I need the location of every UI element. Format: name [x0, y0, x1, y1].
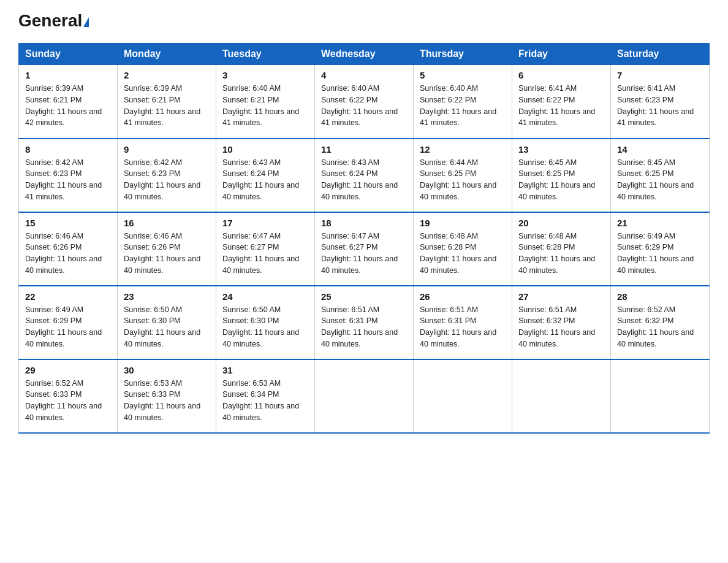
calendar-cell: 18 Sunrise: 6:47 AM Sunset: 6:27 PM Dayl… — [315, 212, 414, 286]
day-number: 24 — [222, 291, 308, 302]
day-number: 19 — [420, 218, 506, 228]
day-info: Sunrise: 6:49 AM Sunset: 6:29 PM Dayligh… — [25, 304, 111, 350]
calendar-cell: 20 Sunrise: 6:48 AM Sunset: 6:28 PM Dayl… — [512, 212, 611, 286]
calendar-cell: 5 Sunrise: 6:40 AM Sunset: 6:22 PM Dayli… — [414, 65, 512, 139]
day-info: Sunrise: 6:46 AM Sunset: 6:26 PM Dayligh… — [25, 231, 111, 277]
calendar-cell: 2 Sunrise: 6:39 AM Sunset: 6:21 PM Dayli… — [118, 65, 216, 139]
calendar-cell: 16 Sunrise: 6:46 AM Sunset: 6:26 PM Dayl… — [118, 212, 216, 286]
day-number: 31 — [222, 365, 308, 375]
day-info: Sunrise: 6:47 AM Sunset: 6:27 PM Dayligh… — [222, 231, 308, 277]
calendar-cell: 31 Sunrise: 6:53 AM Sunset: 6:34 PM Dayl… — [216, 359, 315, 433]
day-number: 12 — [420, 144, 506, 155]
day-info: Sunrise: 6:53 AM Sunset: 6:33 PM Dayligh… — [124, 378, 210, 424]
calendar-cell: 21 Sunrise: 6:49 AM Sunset: 6:29 PM Dayl… — [611, 212, 710, 286]
day-number: 7 — [617, 70, 703, 80]
logo-general: General — [18, 11, 82, 30]
day-info: Sunrise: 6:41 AM Sunset: 6:22 PM Dayligh… — [518, 83, 604, 129]
calendar-week-row: 8 Sunrise: 6:42 AM Sunset: 6:23 PM Dayli… — [19, 139, 710, 212]
day-info: Sunrise: 6:52 AM Sunset: 6:33 PM Dayligh… — [25, 378, 111, 424]
day-info: Sunrise: 6:52 AM Sunset: 6:32 PM Dayligh… — [617, 304, 703, 350]
day-number: 22 — [25, 291, 111, 302]
calendar-cell: 17 Sunrise: 6:47 AM Sunset: 6:27 PM Dayl… — [216, 212, 315, 286]
calendar-week-row: 1 Sunrise: 6:39 AM Sunset: 6:21 PM Dayli… — [19, 65, 710, 139]
day-info: Sunrise: 6:40 AM Sunset: 6:21 PM Dayligh… — [222, 83, 308, 129]
page-header: General — [18, 12, 710, 31]
calendar-cell: 9 Sunrise: 6:42 AM Sunset: 6:23 PM Dayli… — [118, 139, 216, 212]
day-info: Sunrise: 6:53 AM Sunset: 6:34 PM Dayligh… — [222, 378, 308, 424]
calendar-cell: 23 Sunrise: 6:50 AM Sunset: 6:30 PM Dayl… — [118, 286, 216, 359]
weekday-header-saturday: Saturday — [611, 44, 710, 65]
day-info: Sunrise: 6:45 AM Sunset: 6:25 PM Dayligh… — [617, 157, 703, 203]
day-info: Sunrise: 6:40 AM Sunset: 6:22 PM Dayligh… — [420, 83, 506, 129]
logo-text: General — [18, 12, 89, 29]
calendar-cell: 25 Sunrise: 6:51 AM Sunset: 6:31 PM Dayl… — [315, 286, 414, 359]
day-number: 3 — [222, 70, 308, 80]
calendar-cell: 13 Sunrise: 6:45 AM Sunset: 6:25 PM Dayl… — [512, 139, 611, 212]
day-info: Sunrise: 6:42 AM Sunset: 6:23 PM Dayligh… — [124, 157, 210, 203]
logo: General — [18, 12, 89, 31]
calendar-table: SundayMondayTuesdayWednesdayThursdayFrid… — [18, 43, 710, 434]
calendar-cell: 7 Sunrise: 6:41 AM Sunset: 6:23 PM Dayli… — [611, 65, 710, 139]
day-number: 30 — [124, 365, 210, 375]
day-number: 11 — [321, 144, 407, 155]
day-info: Sunrise: 6:46 AM Sunset: 6:26 PM Dayligh… — [124, 231, 210, 277]
day-number: 4 — [321, 70, 407, 80]
calendar-cell: 8 Sunrise: 6:42 AM Sunset: 6:23 PM Dayli… — [19, 139, 118, 212]
day-info: Sunrise: 6:39 AM Sunset: 6:21 PM Dayligh… — [124, 83, 210, 129]
calendar-cell: 26 Sunrise: 6:51 AM Sunset: 6:31 PM Dayl… — [414, 286, 512, 359]
day-number: 10 — [222, 144, 308, 155]
calendar-cell: 11 Sunrise: 6:43 AM Sunset: 6:24 PM Dayl… — [315, 139, 414, 212]
calendar-cell: 14 Sunrise: 6:45 AM Sunset: 6:25 PM Dayl… — [611, 139, 710, 212]
day-number: 5 — [420, 70, 506, 80]
calendar-cell: 29 Sunrise: 6:52 AM Sunset: 6:33 PM Dayl… — [19, 359, 118, 433]
day-info: Sunrise: 6:49 AM Sunset: 6:29 PM Dayligh… — [617, 231, 703, 277]
calendar-cell: 3 Sunrise: 6:40 AM Sunset: 6:21 PM Dayli… — [216, 65, 315, 139]
calendar-cell: 15 Sunrise: 6:46 AM Sunset: 6:26 PM Dayl… — [19, 212, 118, 286]
day-number: 6 — [518, 70, 604, 80]
calendar-cell: 19 Sunrise: 6:48 AM Sunset: 6:28 PM Dayl… — [414, 212, 512, 286]
day-info: Sunrise: 6:51 AM Sunset: 6:31 PM Dayligh… — [420, 304, 506, 350]
day-number: 2 — [124, 70, 210, 80]
calendar-cell: 4 Sunrise: 6:40 AM Sunset: 6:22 PM Dayli… — [315, 65, 414, 139]
weekday-header-friday: Friday — [512, 44, 611, 65]
day-info: Sunrise: 6:51 AM Sunset: 6:32 PM Dayligh… — [518, 304, 604, 350]
day-number: 14 — [617, 144, 703, 155]
logo-triangle-icon — [83, 17, 89, 27]
calendar-cell: 12 Sunrise: 6:44 AM Sunset: 6:25 PM Dayl… — [414, 139, 512, 212]
weekday-header-monday: Monday — [118, 44, 216, 65]
day-info: Sunrise: 6:45 AM Sunset: 6:25 PM Dayligh… — [518, 157, 604, 203]
day-number: 23 — [124, 291, 210, 302]
day-number: 29 — [25, 365, 111, 375]
day-number: 17 — [222, 218, 308, 228]
calendar-cell: 6 Sunrise: 6:41 AM Sunset: 6:22 PM Dayli… — [512, 65, 611, 139]
day-info: Sunrise: 6:44 AM Sunset: 6:25 PM Dayligh… — [420, 157, 506, 203]
day-info: Sunrise: 6:48 AM Sunset: 6:28 PM Dayligh… — [518, 231, 604, 277]
calendar-week-row: 15 Sunrise: 6:46 AM Sunset: 6:26 PM Dayl… — [19, 212, 710, 286]
day-number: 20 — [518, 218, 604, 228]
calendar-cell — [611, 359, 710, 433]
calendar-cell: 1 Sunrise: 6:39 AM Sunset: 6:21 PM Dayli… — [19, 65, 118, 139]
day-info: Sunrise: 6:40 AM Sunset: 6:22 PM Dayligh… — [321, 83, 407, 129]
day-number: 25 — [321, 291, 407, 302]
calendar-cell: 10 Sunrise: 6:43 AM Sunset: 6:24 PM Dayl… — [216, 139, 315, 212]
day-info: Sunrise: 6:42 AM Sunset: 6:23 PM Dayligh… — [25, 157, 111, 203]
calendar-cell — [512, 359, 611, 433]
day-info: Sunrise: 6:51 AM Sunset: 6:31 PM Dayligh… — [321, 304, 407, 350]
calendar-cell: 30 Sunrise: 6:53 AM Sunset: 6:33 PM Dayl… — [118, 359, 216, 433]
day-number: 21 — [617, 218, 703, 228]
day-info: Sunrise: 6:41 AM Sunset: 6:23 PM Dayligh… — [617, 83, 703, 129]
day-number: 9 — [124, 144, 210, 155]
day-info: Sunrise: 6:50 AM Sunset: 6:30 PM Dayligh… — [124, 304, 210, 350]
calendar-cell: 28 Sunrise: 6:52 AM Sunset: 6:32 PM Dayl… — [611, 286, 710, 359]
day-info: Sunrise: 6:39 AM Sunset: 6:21 PM Dayligh… — [25, 83, 111, 129]
calendar-cell: 27 Sunrise: 6:51 AM Sunset: 6:32 PM Dayl… — [512, 286, 611, 359]
weekday-header-wednesday: Wednesday — [315, 44, 414, 65]
weekday-header-tuesday: Tuesday — [216, 44, 315, 65]
weekday-header-row: SundayMondayTuesdayWednesdayThursdayFrid… — [19, 44, 710, 65]
day-info: Sunrise: 6:50 AM Sunset: 6:30 PM Dayligh… — [222, 304, 308, 350]
calendar-cell: 24 Sunrise: 6:50 AM Sunset: 6:30 PM Dayl… — [216, 286, 315, 359]
day-number: 27 — [518, 291, 604, 302]
day-number: 1 — [25, 70, 111, 80]
day-info: Sunrise: 6:43 AM Sunset: 6:24 PM Dayligh… — [321, 157, 407, 203]
day-info: Sunrise: 6:47 AM Sunset: 6:27 PM Dayligh… — [321, 231, 407, 277]
